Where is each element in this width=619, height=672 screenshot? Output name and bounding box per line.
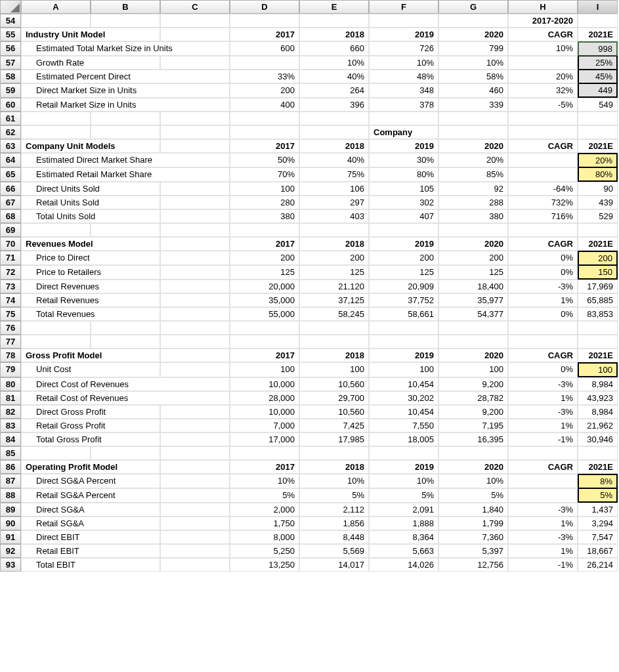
row-label[interactable]: Direct EBIT — [21, 530, 160, 544]
cell[interactable] — [21, 14, 91, 28]
cell[interactable]: -3% — [508, 503, 578, 516]
cell[interactable] — [160, 112, 230, 125]
cell[interactable]: -5% — [508, 98, 578, 112]
cell[interactable]: 2018 — [299, 139, 369, 153]
cell[interactable]: 1,750 — [230, 516, 299, 530]
cell[interactable]: 529 — [578, 209, 618, 223]
cell[interactable] — [160, 293, 230, 307]
cell[interactable]: 0% — [508, 265, 578, 280]
cell[interactable]: 2017 — [230, 460, 299, 474]
col-header-B[interactable]: B — [91, 0, 160, 14]
row-header[interactable]: 78 — [0, 348, 21, 362]
cell[interactable]: 14,017 — [299, 558, 369, 572]
cell[interactable] — [578, 112, 618, 125]
cell[interactable]: 799 — [438, 41, 508, 56]
cell[interactable]: 100 — [369, 362, 438, 377]
cell[interactable]: 28,000 — [230, 391, 299, 405]
row-label[interactable]: Retail Market Size in Units — [21, 98, 230, 112]
cell[interactable] — [160, 558, 230, 572]
spreadsheet[interactable]: A B C D E F G H I 54 2017-2020 55 Indust… — [0, 0, 619, 572]
cell[interactable]: 396 — [299, 98, 369, 112]
cell[interactable]: 2021E — [578, 460, 618, 474]
cell[interactable] — [160, 209, 230, 223]
row-header[interactable]: 72 — [0, 265, 21, 280]
row-label[interactable]: Retail Cost of Revenues — [21, 391, 230, 405]
row-label[interactable]: Price to Retailers — [21, 265, 160, 280]
row-header[interactable]: 89 — [0, 503, 21, 516]
cell[interactable]: 92 — [438, 182, 508, 196]
cell[interactable]: 80% — [369, 167, 438, 182]
cell[interactable]: 1,840 — [438, 503, 508, 516]
cell[interactable]: 70% — [230, 167, 299, 182]
cell[interactable] — [91, 112, 160, 125]
row-header[interactable]: 79 — [0, 362, 21, 377]
cell[interactable] — [160, 223, 230, 237]
cell[interactable] — [160, 362, 230, 377]
cell[interactable] — [508, 335, 578, 348]
cell[interactable] — [21, 125, 91, 139]
section-title[interactable]: Revenues Model — [21, 237, 160, 251]
col-header-D[interactable]: D — [230, 0, 299, 14]
col-header-A[interactable]: A — [21, 0, 91, 14]
cell[interactable]: 100 — [438, 362, 508, 377]
row-label[interactable]: Total Revenues — [21, 307, 160, 321]
cell[interactable] — [160, 265, 230, 280]
cell[interactable]: 28,782 — [438, 391, 508, 405]
cell[interactable]: 100 — [299, 362, 369, 377]
cell[interactable]: 40% — [299, 153, 369, 167]
company-label[interactable]: Company — [369, 125, 438, 139]
cell[interactable] — [369, 112, 438, 125]
cell[interactable]: 17,000 — [230, 432, 299, 446]
cell[interactable]: 85% — [438, 167, 508, 182]
row-label[interactable]: Retail SG&A — [21, 516, 160, 530]
cell[interactable] — [508, 474, 578, 488]
cell[interactable]: 43,923 — [578, 391, 618, 405]
cell[interactable]: 2017 — [230, 348, 299, 362]
cell[interactable] — [160, 348, 230, 362]
cell[interactable]: 9,200 — [438, 405, 508, 419]
row-header[interactable]: 85 — [0, 446, 21, 460]
row-label[interactable]: Estimated Percent Direct — [21, 70, 230, 83]
cell[interactable] — [230, 223, 299, 237]
cell[interactable] — [160, 446, 230, 460]
section-title[interactable]: Industry Unit Model — [21, 28, 160, 41]
cell[interactable]: 2021E — [578, 348, 618, 362]
cell[interactable]: 12,756 — [438, 558, 508, 572]
cell[interactable]: 58,245 — [299, 307, 369, 321]
cell[interactable] — [230, 321, 299, 335]
cell[interactable]: 288 — [438, 196, 508, 209]
cell[interactable]: 348 — [369, 83, 438, 98]
cell[interactable]: 0% — [508, 307, 578, 321]
row-label[interactable]: Direct SG&A — [21, 503, 160, 516]
cell[interactable] — [160, 405, 230, 419]
row-label[interactable]: Retail Revenues — [21, 293, 160, 307]
select-all-corner[interactable] — [0, 0, 21, 14]
cell[interactable]: 339 — [438, 98, 508, 112]
cell[interactable]: 400 — [230, 98, 299, 112]
cell[interactable]: 20% — [438, 153, 508, 167]
cell[interactable]: 403 — [299, 209, 369, 223]
cell[interactable]: 54,377 — [438, 307, 508, 321]
cell[interactable]: 280 — [230, 196, 299, 209]
cell[interactable] — [160, 503, 230, 516]
cell[interactable]: 10% — [508, 41, 578, 56]
cell[interactable]: -3% — [508, 530, 578, 544]
cell[interactable]: -1% — [508, 558, 578, 572]
section-title[interactable]: Gross Profit Model — [21, 348, 160, 362]
cell[interactable]: 2020 — [438, 348, 508, 362]
cell[interactable]: 18,005 — [369, 432, 438, 446]
cell[interactable]: 407 — [369, 209, 438, 223]
cell[interactable] — [578, 321, 618, 335]
row-header[interactable]: 70 — [0, 237, 21, 251]
cell[interactable]: CAGR — [508, 28, 578, 41]
cell[interactable]: 9,200 — [438, 377, 508, 391]
cell[interactable]: 125 — [230, 265, 299, 280]
cell[interactable] — [160, 125, 230, 139]
cell[interactable]: 200 — [230, 83, 299, 98]
input-cell[interactable]: 20% — [578, 153, 618, 167]
cell[interactable]: 30% — [369, 153, 438, 167]
cell[interactable] — [160, 280, 230, 293]
cell[interactable] — [160, 14, 230, 28]
cell[interactable]: 10% — [369, 56, 438, 70]
cell[interactable] — [160, 307, 230, 321]
